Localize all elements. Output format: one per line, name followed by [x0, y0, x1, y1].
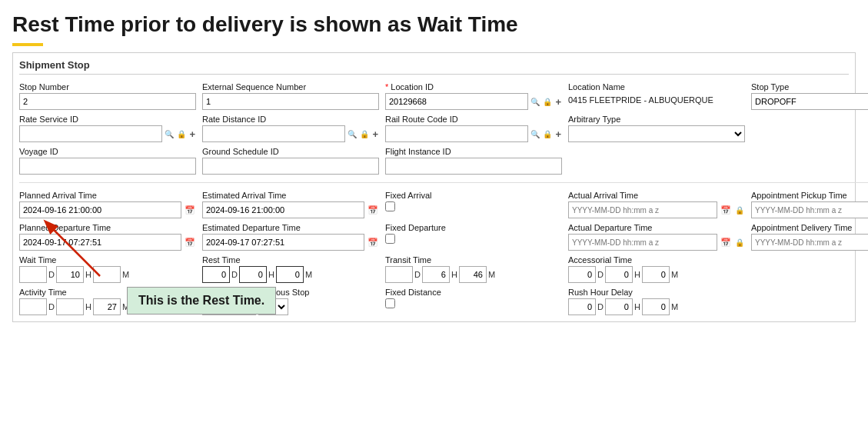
- actual-departure-input-row: [568, 234, 745, 251]
- accessorial-time-d-input[interactable]: [568, 266, 596, 283]
- rail-route-search-btn[interactable]: [530, 130, 540, 138]
- stop-type-select[interactable]: DROPOFF: [751, 93, 868, 110]
- actual-departure-cal-btn[interactable]: [720, 238, 732, 248]
- fixed-distance-label: Fixed Distance: [385, 288, 562, 297]
- flight-instance-input[interactable]: [385, 158, 562, 175]
- location-id-lock-btn[interactable]: [542, 98, 553, 106]
- fixed-distance-checkbox[interactable]: [385, 298, 395, 308]
- wait-time-h-input[interactable]: [56, 266, 84, 283]
- external-seq-input[interactable]: [202, 93, 379, 110]
- rate-distance-add-btn[interactable]: [371, 128, 379, 140]
- accessorial-time-h-input[interactable]: [605, 266, 633, 283]
- rush-hour-delay-inputs: D H M: [568, 298, 745, 315]
- rest-time-m-unit: M: [305, 270, 312, 279]
- rest-time-group: Rest Time D H M: [202, 255, 379, 283]
- actual-arrival-cal-btn[interactable]: [720, 205, 732, 215]
- rest-time-d-input[interactable]: [202, 266, 230, 283]
- location-name-value: 0415 FLEETPRIDE - ALBUQUERQUE: [568, 93, 745, 107]
- estimated-departure-label: Estimated Departure Time: [202, 223, 379, 232]
- transit-time-m-input[interactable]: [459, 266, 487, 283]
- accessorial-time-m-unit: M: [671, 270, 678, 279]
- transit-time-d-input[interactable]: [385, 266, 413, 283]
- appt-pickup-input-row: [751, 201, 868, 218]
- appt-delivery-group: Appointment Delivery Time: [751, 223, 868, 251]
- rest-time-h-input[interactable]: [239, 266, 267, 283]
- rail-route-input[interactable]: [385, 125, 528, 142]
- estimated-arrival-input[interactable]: [202, 201, 364, 218]
- planned-arrival-cal-btn[interactable]: [184, 205, 196, 215]
- wait-time-m-input[interactable]: [93, 266, 121, 283]
- activity-time-d-unit: D: [48, 302, 55, 311]
- estimated-departure-input-row: [202, 234, 379, 251]
- actual-arrival-input[interactable]: [568, 201, 717, 218]
- ground-schedule-label: Ground Schedule ID: [202, 147, 379, 156]
- stop-number-group: Stop Number: [19, 82, 196, 110]
- rate-distance-lock-btn[interactable]: [359, 130, 370, 138]
- rate-distance-group: Rate Distance ID: [202, 115, 379, 142]
- estimated-arrival-cal-btn[interactable]: [367, 205, 379, 215]
- estimated-arrival-input-row: [202, 201, 379, 218]
- rate-service-input[interactable]: [19, 125, 162, 142]
- empty-placeholder-1: [751, 115, 868, 142]
- activity-time-d-input[interactable]: [19, 298, 47, 315]
- transit-time-h-input[interactable]: [422, 266, 450, 283]
- transit-time-label: Transit Time: [385, 255, 562, 265]
- accent-bar: [12, 43, 43, 46]
- wait-time-d-unit: D: [48, 270, 55, 279]
- stop-number-input[interactable]: [19, 93, 196, 110]
- flight-instance-group: Flight Instance ID: [385, 147, 562, 175]
- actual-departure-label: Actual Departure Time: [568, 223, 745, 232]
- rush-hour-m-input[interactable]: [642, 298, 670, 315]
- stop-number-label: Stop Number: [19, 82, 196, 92]
- appt-pickup-input[interactable]: [751, 201, 868, 218]
- actual-departure-lock-btn[interactable]: [734, 238, 745, 247]
- planned-departure-input[interactable]: [19, 234, 181, 251]
- accessorial-time-m-input[interactable]: [642, 266, 670, 283]
- fixed-departure-checkbox[interactable]: [385, 234, 395, 244]
- fixed-departure-label: Fixed Departure: [385, 223, 562, 232]
- rate-service-lock-btn[interactable]: [176, 130, 187, 138]
- rush-hour-h-input[interactable]: [605, 298, 633, 315]
- arbitrary-type-select[interactable]: [568, 125, 745, 142]
- estimated-departure-input[interactable]: [202, 234, 364, 251]
- actual-arrival-lock-btn[interactable]: [734, 206, 745, 215]
- accessorial-time-h-unit: H: [634, 270, 640, 279]
- location-name-label: Location Name: [568, 82, 745, 92]
- rest-time-m-input[interactable]: [276, 266, 304, 283]
- rate-distance-input[interactable]: [202, 125, 345, 142]
- fixed-distance-checkbox-row: [385, 298, 562, 308]
- appt-delivery-label: Appointment Delivery Time: [751, 223, 868, 232]
- voyage-id-group: Voyage ID: [19, 147, 196, 175]
- rate-service-add-btn[interactable]: [188, 128, 196, 140]
- activity-time-h-input[interactable]: [56, 298, 84, 315]
- planned-arrival-input-row: [19, 201, 196, 218]
- rail-route-add-btn[interactable]: [554, 128, 562, 140]
- ground-schedule-input[interactable]: [202, 158, 379, 175]
- estimated-departure-cal-btn[interactable]: [367, 238, 379, 248]
- planned-arrival-input[interactable]: [19, 201, 181, 218]
- page-title: Rest Time prior to delivery is shown as …: [12, 12, 856, 37]
- appt-delivery-input[interactable]: [751, 234, 868, 251]
- activity-time-m-input[interactable]: [93, 298, 121, 315]
- location-id-search-btn[interactable]: [530, 98, 540, 106]
- fixed-departure-group: Fixed Departure: [385, 223, 562, 251]
- empty-placeholder-5: [751, 288, 868, 315]
- wait-time-inputs: D H M: [19, 266, 196, 283]
- rate-distance-search-btn[interactable]: [347, 130, 358, 138]
- wait-time-d-input[interactable]: [19, 266, 47, 283]
- planned-departure-cal-btn[interactable]: [184, 238, 196, 248]
- rail-route-lock-btn[interactable]: [542, 130, 553, 138]
- accessorial-time-d-unit: D: [597, 270, 604, 279]
- accessorial-time-label: Accessorial Time: [568, 255, 745, 265]
- actual-departure-input[interactable]: [568, 234, 717, 251]
- rush-hour-d-input[interactable]: [568, 298, 596, 315]
- fixed-distance-group: Fixed Distance: [385, 288, 562, 315]
- shipment-stop-section: Shipment Stop Stop Number External Seque…: [12, 52, 856, 322]
- stop-type-group: Stop Type DROPOFF: [751, 82, 868, 110]
- activity-time-h-unit: H: [85, 302, 91, 311]
- rate-service-search-btn[interactable]: [164, 130, 175, 138]
- location-id-add-btn[interactable]: [554, 96, 562, 108]
- voyage-id-input[interactable]: [19, 158, 196, 175]
- location-id-input[interactable]: [385, 93, 528, 110]
- fixed-arrival-checkbox[interactable]: [385, 201, 395, 211]
